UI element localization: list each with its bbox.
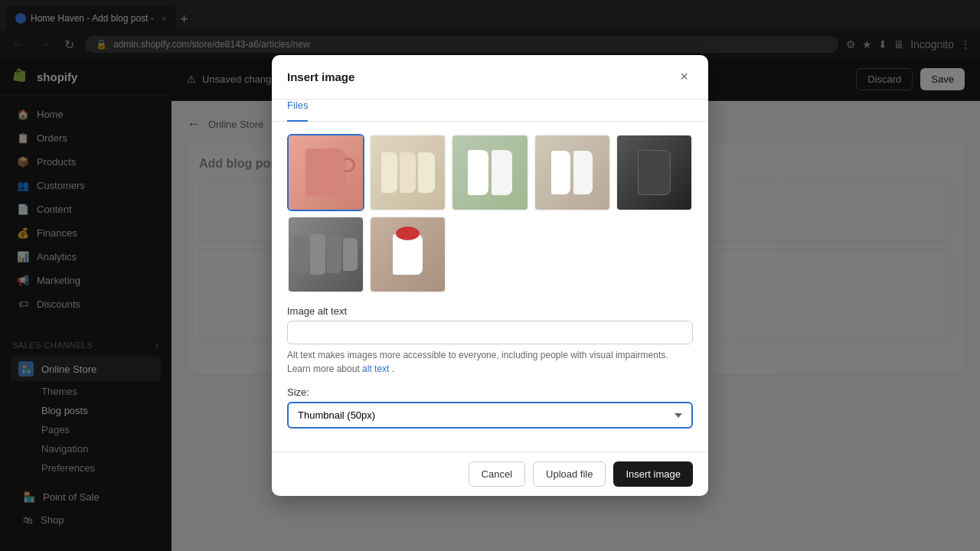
- image-cell-4[interactable]: [534, 134, 611, 211]
- alt-text-hint: Alt text makes images more accessible to…: [287, 348, 693, 376]
- alt-text-input[interactable]: [287, 321, 693, 344]
- insert-image-modal: Insert image × Files: [272, 55, 708, 496]
- size-label: Size:: [287, 386, 693, 398]
- modal-tabs: Files: [272, 99, 708, 122]
- modal-header: Insert image ×: [272, 55, 708, 99]
- image-cell-7[interactable]: [369, 216, 446, 293]
- image-cell-2[interactable]: [369, 134, 446, 211]
- image-grid: [287, 134, 693, 293]
- modal-footer: Cancel Upload file Insert image: [272, 452, 708, 496]
- modal-overlay[interactable]: Insert image × Files: [0, 0, 980, 551]
- modal-body: Image alt text Alt text makes images mor…: [272, 122, 708, 452]
- alt-text-link[interactable]: alt text: [362, 364, 389, 374]
- files-tab[interactable]: Files: [287, 99, 308, 122]
- image-cell-5[interactable]: [616, 134, 693, 211]
- modal-close-button[interactable]: ×: [675, 67, 693, 86]
- insert-image-button[interactable]: Insert image: [613, 461, 693, 487]
- image-cell-6[interactable]: [287, 216, 364, 293]
- alt-text-label: Image alt text: [287, 305, 693, 317]
- upload-file-button[interactable]: Upload file: [533, 461, 606, 487]
- size-group: Size: Thumbnail (50px) Small (100px) Med…: [287, 386, 693, 429]
- size-select[interactable]: Thumbnail (50px) Small (100px) Medium (2…: [287, 402, 693, 429]
- cancel-button[interactable]: Cancel: [469, 461, 525, 487]
- image-cell-3[interactable]: [451, 134, 528, 211]
- image-cell-1[interactable]: [287, 134, 364, 211]
- modal-title: Insert image: [287, 70, 354, 83]
- alt-text-group: Image alt text Alt text makes images mor…: [287, 305, 693, 376]
